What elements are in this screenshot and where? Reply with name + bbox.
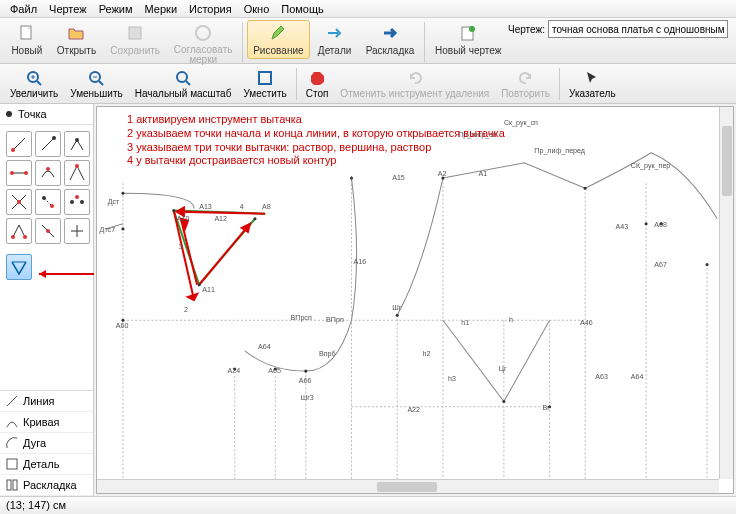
svg-point-112 — [584, 187, 587, 190]
svg-text:А46: А46 — [580, 319, 593, 327]
folder-open-icon — [66, 23, 86, 43]
svg-text:Шг: Шг — [392, 304, 402, 312]
svg-text:А22: А22 — [407, 406, 420, 414]
svg-point-111 — [548, 405, 551, 408]
menu-mode[interactable]: Режим — [93, 3, 139, 15]
tool-7[interactable] — [6, 189, 32, 215]
svg-text:А63: А63 — [595, 373, 608, 381]
stop-button[interactable]: Стоп — [301, 67, 334, 101]
vertical-scrollbar[interactable] — [719, 107, 733, 479]
drawing-canvas[interactable]: 1 активируем инструмент вытачка 2 указыв… — [96, 106, 734, 494]
zoom-default-button[interactable]: Начальный масштаб — [130, 67, 237, 101]
svg-text:Дст: Дст — [108, 198, 120, 206]
separator — [296, 68, 297, 100]
svg-text:ВПрсп: ВПрсп — [291, 314, 312, 322]
tool-2[interactable] — [35, 131, 61, 157]
detail-icon — [6, 458, 18, 470]
scrollbar-thumb[interactable] — [722, 126, 732, 196]
svg-point-13 — [52, 136, 56, 140]
mode-curve[interactable]: Кривая — [0, 412, 93, 433]
main-toolbar: Новый Открыть Сохранить Согласоватьмерки… — [0, 18, 736, 64]
pencil-icon — [268, 23, 288, 43]
sync-measures-button[interactable]: Согласоватьмерки — [168, 20, 238, 68]
mode-arc[interactable]: Дуга — [0, 433, 93, 454]
arc-icon — [6, 437, 18, 449]
zoom-1-icon — [174, 69, 192, 87]
dart-tool[interactable] — [6, 254, 32, 280]
drawing-selector: Чертеж: — [508, 20, 732, 38]
fit-icon — [256, 69, 274, 87]
mode-line[interactable]: Линия — [0, 391, 93, 412]
svg-text:Ск_рук_сп: Ск_рук_сп — [504, 119, 538, 127]
cursor-position: (13; 147) см — [6, 499, 66, 511]
svg-point-30 — [23, 235, 27, 239]
svg-point-16 — [10, 171, 14, 175]
svg-point-104 — [233, 368, 236, 371]
tool-8[interactable] — [35, 189, 61, 215]
svg-text:Дтс7: Дтс7 — [100, 226, 116, 234]
menu-file[interactable]: Файл — [4, 3, 43, 15]
svg-line-59 — [177, 212, 265, 214]
mode-list: Линия Кривая Дуга Деталь Раскладка — [0, 390, 93, 496]
horizontal-scrollbar[interactable] — [97, 479, 719, 493]
svg-text:СК_рук_пер: СК_рук_пер — [631, 162, 671, 170]
tool-5[interactable] — [35, 160, 61, 186]
redo-button[interactable]: Повторить — [496, 67, 555, 101]
svg-text:А10: А10 — [177, 215, 190, 223]
mode-layout[interactable]: Раскладка — [0, 475, 93, 496]
pointer-button[interactable]: Указатель — [564, 67, 621, 101]
svg-text:А16: А16 — [354, 258, 367, 266]
svg-point-114 — [660, 222, 663, 225]
svg-line-58 — [199, 224, 250, 285]
save-icon — [125, 23, 145, 43]
point-icon — [6, 111, 12, 117]
undo-button[interactable]: Отменить инструмент удаления — [335, 67, 494, 101]
svg-point-18 — [46, 167, 50, 171]
tool-section-point[interactable]: Точка — [0, 104, 93, 125]
stop-icon — [308, 69, 326, 87]
tool-panel: Точка 1 Линия Кривая Дуга Деталь — [0, 104, 94, 496]
tool-1[interactable] — [6, 131, 32, 157]
save-button[interactable]: Сохранить — [104, 20, 166, 59]
menu-help[interactable]: Помощь — [275, 3, 330, 15]
tool-4[interactable] — [6, 160, 32, 186]
view-toolbar: Увеличить Уменьшить Начальный масштаб Ум… — [0, 64, 736, 104]
open-button[interactable]: Открыть — [51, 20, 103, 59]
scrollbar-thumb[interactable] — [377, 482, 437, 492]
zoom-out-button[interactable]: Уменьшить — [65, 67, 127, 101]
new-button[interactable]: Новый — [5, 20, 49, 59]
svg-text:А66: А66 — [299, 377, 312, 385]
svg-text:h1: h1 — [461, 319, 469, 327]
details-mode-button[interactable]: Детали — [312, 20, 358, 59]
point-tools-palette — [0, 125, 93, 250]
menu-drawing[interactable]: Чертеж — [43, 3, 93, 15]
svg-point-29 — [11, 235, 15, 239]
svg-point-102 — [121, 227, 124, 230]
separator — [242, 22, 243, 62]
tool-10[interactable] — [6, 218, 32, 244]
mode-detail[interactable]: Деталь — [0, 454, 93, 475]
svg-text:Пр_лиф_перед: Пр_лиф_перед — [534, 147, 585, 155]
new-doc-icon — [458, 23, 478, 43]
draw-mode-button[interactable]: Рисование — [247, 20, 309, 59]
svg-point-22 — [17, 200, 21, 204]
new-drawing-button[interactable]: Новый чертеж — [429, 20, 507, 59]
svg-text:2: 2 — [184, 306, 188, 314]
tool-6[interactable] — [64, 160, 90, 186]
menu-history[interactable]: История — [183, 3, 238, 15]
tool-11[interactable] — [35, 218, 61, 244]
zoom-fit-button[interactable]: Уместить — [238, 67, 291, 101]
tool-3[interactable] — [64, 131, 90, 157]
svg-point-101 — [121, 192, 124, 195]
svg-point-19 — [75, 164, 79, 168]
menu-window[interactable]: Окно — [238, 3, 276, 15]
drawing-name-input[interactable] — [548, 20, 728, 38]
tool-9[interactable] — [64, 189, 90, 215]
svg-point-108 — [396, 314, 399, 317]
layout-mode-button[interactable]: Раскладка — [360, 20, 421, 59]
zoom-in-button[interactable]: Увеличить — [5, 67, 63, 101]
svg-text:h: h — [509, 316, 513, 324]
tool-12[interactable] — [64, 218, 90, 244]
menu-measures[interactable]: Мерки — [139, 3, 183, 15]
separator — [424, 22, 425, 62]
